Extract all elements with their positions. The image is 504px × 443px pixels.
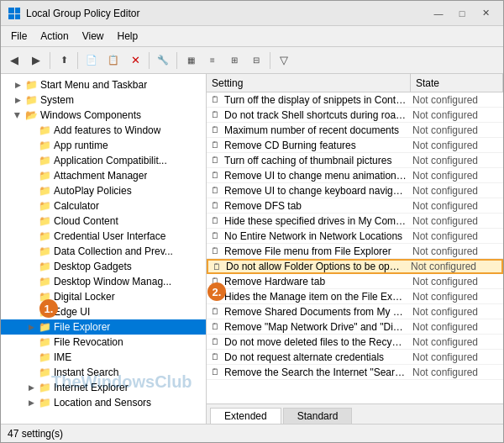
folder-icon: 📁 [24, 78, 38, 92]
tree-item-credential-user[interactable]: ▶ 📁 Credential User Interface [1, 229, 206, 244]
list-item[interactable]: 🗒 Remove the Search the Internet "Search… [207, 365, 503, 380]
expand-arrow: ▶ [11, 108, 24, 122]
tree-item-calculator[interactable]: ▶ 📁 Calculator [1, 198, 206, 214]
view-btn-1[interactable]: ▦ [181, 50, 201, 71]
forward-button[interactable]: ▶ [26, 50, 46, 71]
view-btn-3[interactable]: ⊞ [224, 50, 244, 71]
tree-item-app-runtime[interactable]: ▶ 📁 App runtime [1, 138, 206, 153]
policy-name: Remove UI to change keyboard navigation … [222, 185, 409, 197]
policy-icon: 🗒 [208, 108, 222, 122]
list-body[interactable]: 🗒 Turn off the display of snippets in Co… [207, 92, 503, 403]
tree-label: IME [54, 351, 71, 363]
tree-item-windows-components[interactable]: ▶ 📂 Windows Components [1, 108, 206, 123]
policy-state: Not configured [409, 321, 501, 333]
list-item[interactable]: 🗒 Remove DFS tab Not configured [207, 198, 503, 214]
folder-icon: 📁 [38, 260, 51, 273]
tree-item-system[interactable]: ▶ 📁 System [1, 92, 206, 108]
col-header-state[interactable]: State [411, 74, 503, 92]
tree-label: Calculator [54, 200, 99, 212]
list-item[interactable]: 🗒 Remove UI to change menu animation set… [207, 168, 503, 183]
tree-item-digital-locker[interactable]: ▶ 📁 Digital Locker [1, 289, 206, 304]
tree-item-cloud-content[interactable]: ▶ 📁 Cloud Content [1, 214, 206, 229]
toolbar: ◀ ▶ ⬆ 📄 📋 ✕ 🔧 ▦ ≡ ⊞ ⊟ ▽ [1, 47, 503, 74]
list-item[interactable]: 🗒 Hide these specified drives in My Comp… [207, 214, 503, 229]
tree-item-instant-search[interactable]: ▶ 📁 Instant Search [1, 365, 206, 380]
tab-extended[interactable]: Extended [210, 408, 281, 424]
view-btn-4[interactable]: ⊟ [246, 50, 266, 71]
tree-label: Start Menu and Taskbar [40, 79, 147, 91]
menu-bar: File Action View Help [1, 26, 503, 47]
window-controls: — □ ✕ [428, 4, 496, 23]
tree-item-app-compat[interactable]: ▶ 📁 Application Compatibilit... [1, 153, 206, 168]
up-button[interactable]: ⬆ [54, 50, 74, 71]
policy-state: Not configured [409, 109, 501, 121]
tree-item-edge-ui[interactable]: ▶ 📁 Edge UI [1, 304, 206, 319]
list-item[interactable]: 🗒 Remove UI to change keyboard navigatio… [207, 183, 503, 198]
folder-icon: 📁 [38, 335, 51, 349]
copy-button[interactable]: 📋 [103, 50, 123, 71]
policy-name: Remove "Map Network Drive" and "Discon..… [222, 321, 409, 333]
tree-item-autoplay[interactable]: ▶ 📁 AutoPlay Policies [1, 183, 206, 198]
tree-pane[interactable]: ▶ 📁 Start Menu and Taskbar ▶ 📁 System ▶ … [1, 74, 207, 424]
svg-rect-3 [15, 14, 20, 19]
menu-view[interactable]: View [76, 26, 111, 46]
list-item[interactable]: 🗒 Remove Shared Documents from My Com...… [207, 304, 503, 319]
new-doc-button[interactable]: 📄 [81, 50, 102, 71]
list-item[interactable]: 🗒 Turn off caching of thumbnail pictures… [207, 153, 503, 168]
tree-item-ime[interactable]: ▶ 📁 IME [1, 350, 206, 365]
list-item[interactable]: 🗒 Turn off the display of snippets in Co… [207, 92, 503, 108]
tree-item-desktop-gadgets[interactable]: ▶ 📁 Desktop Gadgets [1, 259, 206, 274]
view-btn-2[interactable]: ≡ [202, 50, 223, 71]
toolbar-sep-5 [270, 52, 270, 69]
delete-button[interactable]: ✕ [125, 50, 145, 71]
list-item[interactable]: 🗒 Do not request alternate credentials N… [207, 350, 503, 365]
tree-item-internet-explorer[interactable]: ▶ 📁 Internet Explorer [1, 380, 206, 395]
col-header-setting[interactable]: Setting [207, 74, 411, 92]
tree-item-attach-mgr[interactable]: ▶ 📁 Attachment Manager [1, 168, 206, 183]
toolbar-sep-3 [149, 52, 150, 69]
list-item[interactable]: 🗒 Do not move deleted files to the Recyc… [207, 335, 503, 350]
policy-name: Remove File menu from File Explorer [222, 245, 409, 257]
right-pane: Setting State 🗒 Turn off the display of … [207, 74, 503, 424]
back-button[interactable]: ◀ [4, 50, 24, 71]
list-item[interactable]: 🗒 Maximum number of recent documents Not… [207, 123, 503, 138]
list-item[interactable]: 🗒 Remove CD Burning features Not configu… [207, 138, 503, 153]
tree-item-add-features[interactable]: ▶ 📁 Add features to Window [1, 123, 206, 138]
tree-item-desktop-window[interactable]: ▶ 📁 Desktop Window Manag... [1, 274, 206, 289]
folder-icon: 📁 [38, 199, 51, 213]
tab-standard[interactable]: Standard [283, 408, 353, 424]
tree-label: Instant Search [54, 367, 118, 378]
menu-file[interactable]: File [4, 26, 34, 46]
tree-item-file-explorer[interactable]: ▶ 📁 File Explorer [1, 319, 206, 335]
folder-icon: 📁 [38, 229, 51, 243]
list-item[interactable]: 🗒 Hides the Manage item on the File Expl… [207, 289, 503, 304]
folder-icon: 📂 [24, 108, 38, 122]
properties-button[interactable]: 🔧 [153, 50, 173, 71]
tree-label: Windows Components [40, 109, 141, 121]
maximize-button[interactable]: □ [451, 4, 473, 23]
list-item[interactable]: 🗒 Do not track Shell shortcuts during ro… [207, 108, 503, 123]
list-item-highlighted[interactable]: 🗒 Do not allow Folder Options to be open… [207, 259, 503, 274]
tree-item-start-menu[interactable]: ▶ 📁 Start Menu and Taskbar [1, 77, 206, 92]
policy-name: Hide these specified drives in My Comput… [222, 215, 409, 227]
expand-arrow: ▶ [24, 381, 38, 394]
tree-item-file-revocation[interactable]: ▶ 📁 File Revocation [1, 335, 206, 350]
list-item[interactable]: 🗒 Remove "Map Network Drive" and "Discon… [207, 319, 503, 335]
filter-button[interactable]: ▽ [274, 50, 294, 71]
list-item[interactable]: 🗒 Remove File menu from File Explorer No… [207, 244, 503, 259]
menu-action[interactable]: Action [34, 26, 75, 46]
policy-state: Not configured [409, 94, 501, 106]
close-button[interactable]: ✕ [475, 4, 496, 23]
list-item[interactable]: 🗒 Remove Hardware tab Not configured [207, 274, 503, 289]
tree-label: Data Collection and Prev... [54, 245, 173, 257]
minimize-button[interactable]: — [428, 4, 449, 23]
menu-help[interactable]: Help [111, 26, 145, 46]
toolbar-sep-4 [176, 52, 177, 69]
tree-label: Attachment Manager [54, 170, 147, 182]
policy-name: Do not track Shell shortcuts during roam… [222, 109, 409, 121]
tree-item-location-sensors[interactable]: ▶ 📁 Location and Sensors [1, 395, 206, 410]
policy-icon: 🗒 [208, 305, 222, 319]
tree-item-data-collection[interactable]: ▶ 📁 Data Collection and Prev... [1, 244, 206, 259]
policy-icon: 🗒 [208, 154, 222, 167]
list-item[interactable]: 🗒 No Entire Network in Network Locations… [207, 229, 503, 244]
